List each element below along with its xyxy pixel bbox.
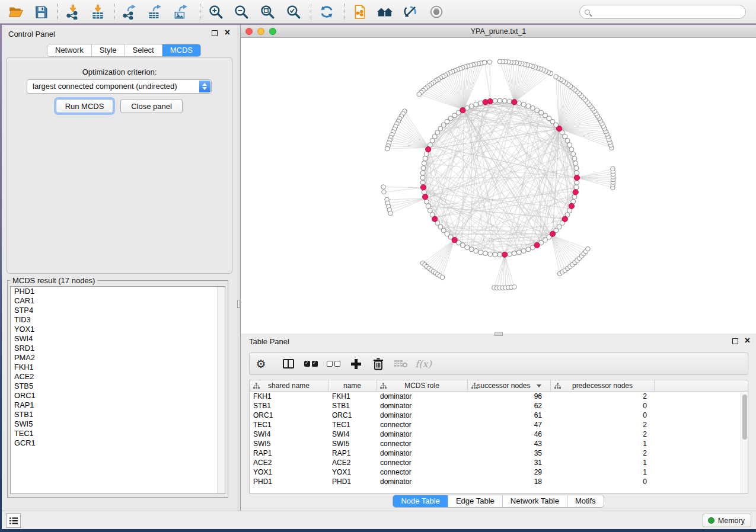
delete-column-button[interactable] [367, 355, 390, 373]
network-node[interactable] [479, 250, 483, 255]
mcds-dominator-node[interactable] [562, 216, 567, 222]
network-node[interactable] [420, 180, 425, 185]
horizontal-splitter-handle[interactable] [495, 332, 503, 336]
mcds-dominator-node[interactable] [557, 126, 562, 132]
mcds-list-item[interactable]: SWI4 [11, 334, 225, 344]
import-table-button[interactable] [87, 2, 109, 21]
network-node[interactable] [575, 171, 579, 175]
network-node[interactable] [493, 252, 497, 257]
mcds-dominator-node[interactable] [426, 147, 431, 152]
network-node[interactable] [574, 185, 579, 190]
mcds-dominator-node[interactable] [452, 238, 457, 243]
network-node[interactable] [474, 249, 479, 254]
network-node[interactable] [487, 60, 492, 65]
network-node[interactable] [521, 249, 526, 254]
network-node[interactable] [465, 245, 470, 250]
search-input[interactable] [594, 7, 745, 17]
network-node[interactable] [474, 102, 479, 107]
network-node[interactable] [440, 275, 445, 280]
network-node[interactable] [573, 161, 578, 166]
window-maximize-icon[interactable] [269, 28, 276, 35]
mcds-dominator-node[interactable] [502, 252, 508, 257]
network-node[interactable] [497, 252, 502, 257]
column-header-mcds-role[interactable]: MCDS role [377, 380, 468, 391]
network-node[interactable] [572, 194, 577, 199]
search-field[interactable] [579, 5, 746, 19]
network-node[interactable] [417, 92, 422, 97]
mcds-list-item[interactable]: STP4 [11, 306, 225, 315]
save-session-button[interactable] [30, 2, 52, 21]
run-mcds-button[interactable]: Run MCDS [56, 99, 113, 113]
network-node[interactable] [574, 166, 579, 171]
function-builder-button[interactable]: f(x) [412, 355, 435, 373]
table-settings-button[interactable]: ⚙ [250, 355, 272, 373]
zoom-selected-button[interactable] [282, 2, 305, 21]
network-node[interactable] [567, 143, 572, 148]
mcds-list-item[interactable]: TID3 [11, 315, 225, 325]
network-node[interactable] [428, 208, 432, 213]
table-row[interactable]: ACE2ACE2connector311 [250, 458, 748, 467]
task-history-button[interactable] [6, 513, 21, 528]
mcds-dominator-node[interactable] [432, 216, 438, 222]
network-node[interactable] [554, 75, 559, 79]
network-node[interactable] [521, 102, 526, 107]
table-row[interactable]: SWI4SWI4dominator462 [250, 430, 748, 439]
network-graph[interactable] [241, 38, 756, 334]
network-node[interactable] [469, 247, 474, 252]
refresh-button[interactable] [315, 2, 338, 21]
network-node[interactable] [385, 146, 390, 151]
mcds-dominator-node[interactable] [574, 175, 579, 180]
export-network-button[interactable] [118, 2, 141, 21]
table-row[interactable]: YOX1YOX1connector291 [250, 467, 748, 477]
column-header-predecessor-nodes[interactable]: predecessor nodes [551, 380, 655, 391]
network-node[interactable] [526, 247, 531, 252]
table-scrollbar-thumb[interactable] [742, 395, 747, 440]
network-node[interactable] [460, 243, 465, 248]
tab-select[interactable]: Select [125, 44, 162, 56]
split-panel-button[interactable] [277, 355, 299, 373]
export-table-button[interactable] [143, 2, 166, 21]
zoom-in-button[interactable] [205, 2, 227, 21]
tab-style[interactable]: Style [92, 44, 125, 56]
network-node[interactable] [507, 99, 512, 104]
mcds-list-item[interactable]: FKH1 [11, 363, 225, 372]
network-node[interactable] [422, 161, 426, 166]
network-node[interactable] [575, 180, 579, 185]
network-node[interactable] [572, 156, 577, 161]
mcds-dominator-node[interactable] [460, 107, 465, 113]
network-node[interactable] [488, 252, 493, 257]
mcds-list-item[interactable]: GCR1 [11, 438, 225, 448]
network-node[interactable] [420, 171, 425, 175]
tab-mcds[interactable]: MCDS [162, 44, 200, 56]
mcds-dominator-node[interactable] [573, 190, 578, 195]
tab-edge-table[interactable]: Edge Table [448, 495, 503, 507]
network-window-titlebar[interactable]: YPA_prune.txt_1 [241, 25, 756, 38]
table-panel-close-icon[interactable]: × [745, 335, 750, 346]
open-file-button[interactable] [5, 2, 27, 21]
network-node[interactable] [483, 60, 487, 65]
network-node[interactable] [611, 166, 615, 171]
zoom-fit-button[interactable] [256, 2, 279, 21]
table-row[interactable]: SWI5SWI5connector431 [250, 439, 748, 448]
network-node[interactable] [507, 252, 512, 257]
network-node[interactable] [512, 251, 516, 256]
control-panel-close-icon[interactable]: × [225, 27, 230, 38]
column-header-shared-name[interactable]: shared name [250, 380, 328, 391]
network-node[interactable] [430, 138, 435, 143]
network-node[interactable] [479, 101, 483, 105]
table-row[interactable]: FKH1FKH1dominator962 [250, 392, 748, 401]
homes-button[interactable] [374, 2, 396, 21]
column-header-name[interactable]: name [328, 380, 377, 391]
network-node[interactable] [381, 185, 386, 190]
tab-node-table[interactable]: Node Table [393, 495, 448, 507]
table-row[interactable]: RAP1RAP1dominator352 [250, 448, 748, 458]
mcds-list-item[interactable]: STB1 [11, 410, 225, 419]
mcds-list-item[interactable]: SRD1 [11, 344, 225, 353]
mcds-dominator-node[interactable] [534, 242, 540, 248]
mcds-dominator-node[interactable] [512, 100, 517, 105]
mcds-dominator-node[interactable] [550, 231, 555, 236]
deselect-all-button[interactable] [322, 355, 344, 373]
splitter-handle[interactable] [237, 300, 240, 308]
table-scrollbar[interactable] [741, 392, 748, 493]
network-node[interactable] [388, 211, 393, 216]
